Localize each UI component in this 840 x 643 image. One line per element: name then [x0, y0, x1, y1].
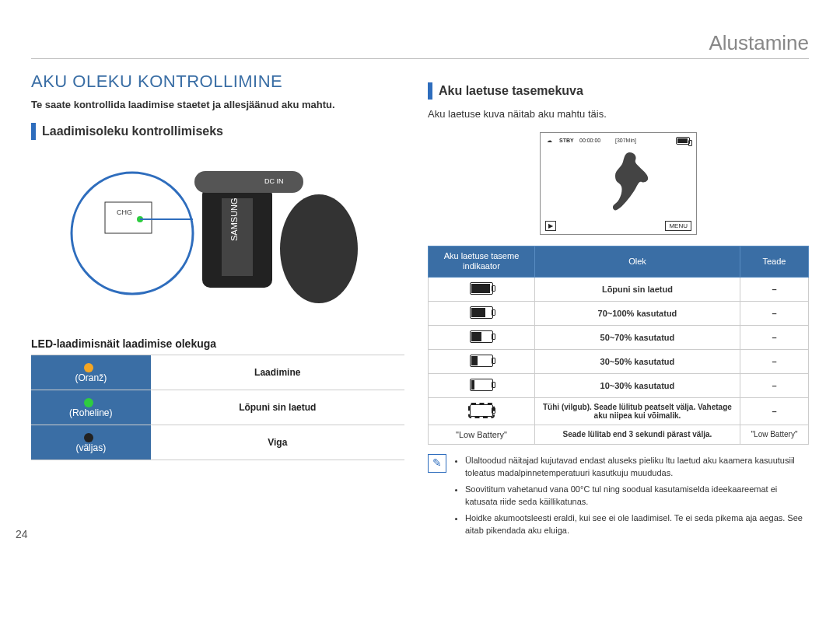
camera-diagram: CHG SAMSUNG DC IN	[62, 148, 373, 327]
led-off-icon	[84, 433, 93, 442]
divider	[31, 58, 809, 59]
table-row: Tühi (vilgub). Seade lülitub peatselt vä…	[429, 397, 809, 425]
page-title: AKU OLEKU KONTROLLIMINE	[31, 72, 404, 92]
cloud-icon: ☁	[547, 138, 552, 144]
svg-rect-9	[194, 171, 303, 193]
th-status: Olek	[534, 246, 740, 277]
stby-label: STBY	[559, 138, 574, 143]
sub-heading-left-label: Laadimisoleku kontrollimiseks	[42, 124, 223, 138]
note-box: ✎ Ülaltoodud näitajad kujutavad endast a…	[428, 454, 809, 540]
led-orange-icon	[84, 363, 93, 372]
led-caption: LED-laadimisnäit laadimise olekuga	[31, 337, 404, 350]
svg-text:CHG: CHG	[117, 208, 132, 216]
sub-heading-right-label: Aku laetuse tasemekuva	[439, 84, 583, 98]
table-row: 70~100% kasutatud –	[429, 301, 809, 325]
battery-30-icon	[470, 355, 493, 367]
battery-70-icon	[470, 306, 493, 319]
battery-10-icon	[470, 379, 493, 391]
led-green-icon	[84, 398, 93, 407]
note-icon: ✎	[428, 454, 446, 473]
table-row: Lõpuni sin laetud –	[429, 277, 809, 301]
table-row: (Oranž) Laadimine	[31, 355, 404, 390]
battery-table: Aku laetuse taseme indikaator Olek Teade…	[428, 246, 809, 444]
led-status: Laadimine	[151, 355, 404, 390]
skater-silhouette-icon	[611, 150, 665, 212]
table-row: 10~30% kasutatud –	[429, 373, 809, 397]
note-list: Ülaltoodud näitajad kujutavad endast alu…	[454, 454, 809, 540]
table-row: 50~70% kasutatud –	[429, 325, 809, 349]
list-item: Soovititum vahetanud vana 00°C tul ning …	[465, 483, 809, 508]
intro-right: Aku laetuse kuva näitab aku mahtu täis.	[428, 107, 809, 121]
table-row: (väljas) Viga	[31, 425, 404, 460]
battery-full-icon	[470, 282, 493, 295]
heading-bar	[31, 123, 36, 140]
intro-text: Te saate kontrollida laadimise staetet j…	[31, 98, 404, 112]
list-item: Ülaltoodud näitajad kujutavad endast alu…	[465, 454, 809, 480]
svg-rect-1	[105, 202, 152, 233]
heading-bar	[428, 82, 432, 100]
list-item: Hoidke akumootsleesti eraldi, kui see ei…	[465, 512, 809, 537]
svg-text:SAMSUNG: SAMSUNG	[229, 198, 239, 242]
remain-label: [307Min]	[615, 138, 636, 143]
battery-blink-icon	[470, 404, 493, 417]
table-row: "Low Battery" Seade lülitab end 3 sekund…	[429, 425, 809, 444]
th-msg: Teade	[740, 246, 808, 277]
sub-heading-right: Aku laetuse tasemekuva	[428, 82, 809, 100]
sub-heading-left: Laadimisoleku kontrollimiseks	[31, 123, 404, 140]
lcd-screen-thumbnail: ☁ STBY 00:00:00 [307Min] ▶ MENU	[540, 132, 697, 235]
chapter-heading: Alustamine	[31, 31, 809, 55]
time-label: 00:00:00	[579, 138, 600, 143]
table-row: 30~50% kasutatud –	[429, 349, 809, 373]
table-row: (Roheline) Lõpuni sin laetud	[31, 390, 404, 425]
led-status: Lõpuni sin laetud	[151, 390, 404, 425]
svg-point-8	[280, 194, 358, 303]
battery-50-icon	[470, 330, 493, 343]
th-indicator: Aku laetuse taseme indikaator	[429, 246, 535, 277]
menu-button-label: MENU	[665, 221, 691, 231]
battery-icon	[676, 137, 690, 145]
play-button-icon: ▶	[545, 221, 556, 231]
led-status: Viga	[151, 425, 404, 460]
svg-text:DC IN: DC IN	[264, 177, 284, 185]
led-table: (Oranž) Laadimine (Roheline) Lõpuni sin …	[31, 355, 404, 460]
page-number: 24	[16, 528, 28, 540]
